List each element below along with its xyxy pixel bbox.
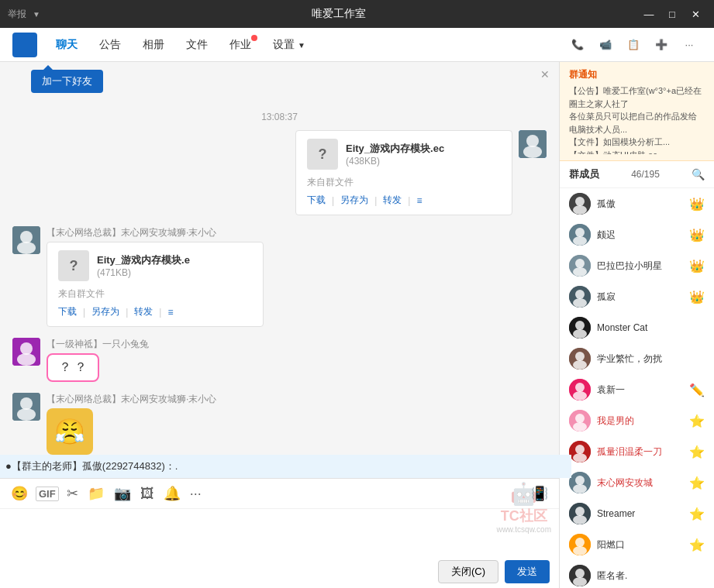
ellipsis-icon[interactable]: ··· <box>188 484 203 504</box>
nav-homework[interactable]: 作业 <box>220 33 260 57</box>
list-item[interactable]: 巴拉巴拉小明星 👑 <box>560 250 714 281</box>
svg-point-23 <box>573 267 587 277</box>
member-header: 群成员 46/195 🔍 <box>560 161 714 188</box>
notice-item: 【文件】动态UI皮肤.ec <box>569 149 705 155</box>
member-badge: 👑 <box>689 197 705 211</box>
title-bar: 举报 ▼ 唯爱工作室 — □ ✕ <box>0 0 714 28</box>
saveas-btn[interactable]: 另存为 <box>340 194 368 207</box>
avatar <box>569 565 591 586</box>
vibrate-icon[interactable]: 📳 <box>529 483 550 504</box>
list-item[interactable]: 我是男的 ⭐ <box>560 405 714 436</box>
messages-container[interactable]: 13:08:37 ? Eity_游戏内存模块.ec (438KB) <box>0 96 559 455</box>
list-item[interactable]: 孤傲 👑 <box>560 188 714 219</box>
member-badge: ⭐ <box>689 445 705 459</box>
list-item[interactable]: 颇迟 👑 <box>560 219 714 250</box>
input-area: 😊 GIF ✂ 📁 📷 🖼 🔔 ··· 📳 关闭(C) 发送 <box>0 478 559 588</box>
member-list: 孤傲 👑 颇迟 👑 巴拉巴拉小明星 👑 <box>560 188 714 588</box>
sticker-message: 【末心网络总裁】末心网安攻城狮·末小心 😤 <box>47 393 216 455</box>
send-btn[interactable]: 发送 <box>505 560 550 583</box>
dropdown-arrow[interactable]: ▼ <box>33 10 40 19</box>
close-notice-btn[interactable]: ✕ <box>540 68 550 81</box>
message-input[interactable] <box>0 509 559 555</box>
list-item[interactable]: 孤寂 👑 <box>560 281 714 312</box>
forward-btn[interactable]: 转发 <box>134 305 153 318</box>
more-file-btn[interactable]: ≡ <box>416 195 422 206</box>
member-name: 末心网安攻城 <box>597 476 683 490</box>
list-item[interactable]: 学业繁忙，勿扰 <box>560 343 714 374</box>
member-name: Streamer <box>597 508 683 519</box>
list-item[interactable]: Streamer ⭐ <box>560 498 714 529</box>
svg-point-52 <box>575 569 585 578</box>
minimize-btn[interactable]: — <box>638 3 660 25</box>
file-name: Eity_游戏内存模块.e <box>97 253 190 267</box>
svg-point-50 <box>573 546 587 555</box>
file-source: 来自群文件 <box>307 176 501 189</box>
video-icon[interactable]: 📹 <box>593 33 618 57</box>
svg-point-20 <box>573 236 587 246</box>
close-btn[interactable]: ✕ <box>685 3 706 25</box>
member-name: Monster Cat <box>597 322 705 333</box>
list-item[interactable]: 孤量泪温柔一刀 ⭐ <box>560 436 714 467</box>
file-icon: ? <box>307 139 338 170</box>
nav-settings[interactable]: 设置 ▼ <box>264 33 315 57</box>
download-btn[interactable]: 下载 <box>307 194 326 207</box>
nav-album[interactable]: 相册 <box>133 33 174 57</box>
avatar <box>569 193 591 215</box>
download-btn[interactable]: 下载 <box>58 305 77 318</box>
svg-point-22 <box>575 259 585 268</box>
avatar <box>569 286 591 308</box>
screenshot-icon[interactable]: 📷 <box>112 483 133 504</box>
list-item[interactable]: 匿名者. <box>560 560 714 588</box>
add-friend-bubble[interactable]: 加一下好友 <box>31 70 103 93</box>
member-name: 孤量泪温柔一刀 <box>597 445 683 459</box>
svg-point-31 <box>575 352 585 361</box>
list-item[interactable]: Monster Cat <box>560 312 714 343</box>
phone-icon[interactable]: 📞 <box>565 33 590 57</box>
svg-point-53 <box>573 577 587 586</box>
nav-chat[interactable]: 聊天 <box>47 33 87 57</box>
forward-btn[interactable]: 转发 <box>383 194 402 207</box>
notice-item: 【文件】如国模块分析工... <box>569 136 705 149</box>
report-btn[interactable]: 举报 <box>8 8 26 21</box>
member-name: 学业繁忙，勿扰 <box>597 352 705 366</box>
list-item[interactable]: 阳燃口 ⭐ <box>560 529 714 560</box>
list-item[interactable]: 末心网安攻城 ⭐ <box>560 467 714 498</box>
homework-badge <box>251 35 257 41</box>
scissors-icon[interactable]: ✂ <box>65 483 80 504</box>
emoji-bubble: ？ ？ <box>47 353 99 382</box>
close-chat-btn[interactable]: 关闭(C) <box>438 560 498 583</box>
maximize-btn[interactable]: □ <box>661 3 683 25</box>
more-icon[interactable]: ··· <box>677 33 702 57</box>
svg-point-35 <box>573 391 587 401</box>
bell-icon[interactable]: 🔔 <box>162 483 182 504</box>
nav-notice[interactable]: 公告 <box>90 33 130 57</box>
avatar <box>569 317 591 339</box>
member-name: 我是男的 <box>597 414 683 428</box>
add-icon[interactable]: ➕ <box>649 33 674 57</box>
svg-point-26 <box>573 298 587 308</box>
nav-file[interactable]: 文件 <box>177 33 217 57</box>
saveas-btn[interactable]: 另存为 <box>91 305 119 318</box>
folder-icon[interactable]: 📁 <box>86 483 106 504</box>
emoji-message: 【一级神祗】一只小兔兔 ？ ？ <box>47 338 149 382</box>
file-actions: 下载 | 另存为 | 转发 | ≡ <box>58 305 252 318</box>
member-search-icon[interactable]: 🔍 <box>692 168 705 181</box>
image-icon[interactable]: 🖼 <box>139 484 156 504</box>
emoji-tool-icon[interactable]: 😊 <box>9 483 29 504</box>
avatar <box>12 338 40 366</box>
list-item[interactable]: 袁新一 ✏️ <box>560 374 714 405</box>
member-badge: 👑 <box>689 259 705 273</box>
chat-area: 加一下好友 ✕ 13:08:37 ? Eity_游戏内存模块.ec <box>0 62 559 588</box>
svg-point-5 <box>17 242 36 254</box>
task-icon[interactable]: 📋 <box>621 33 646 57</box>
input-footer: 关闭(C) 发送 <box>0 555 559 588</box>
emoji-q2: ？ <box>74 359 87 376</box>
input-toolbar: 😊 GIF ✂ 📁 📷 🖼 🔔 ··· 📳 <box>0 479 559 509</box>
file-actions: 下载 | 另存为 | 转发 | ≡ <box>307 194 501 207</box>
avatar <box>569 224 591 246</box>
svg-point-40 <box>575 445 585 454</box>
more-file-btn[interactable]: ≡ <box>167 307 173 318</box>
message-sender: 【一级神祗】一只小兔兔 <box>47 338 149 351</box>
gif-tool-btn[interactable]: GIF <box>36 487 59 501</box>
member-badge: ⭐ <box>689 476 705 490</box>
